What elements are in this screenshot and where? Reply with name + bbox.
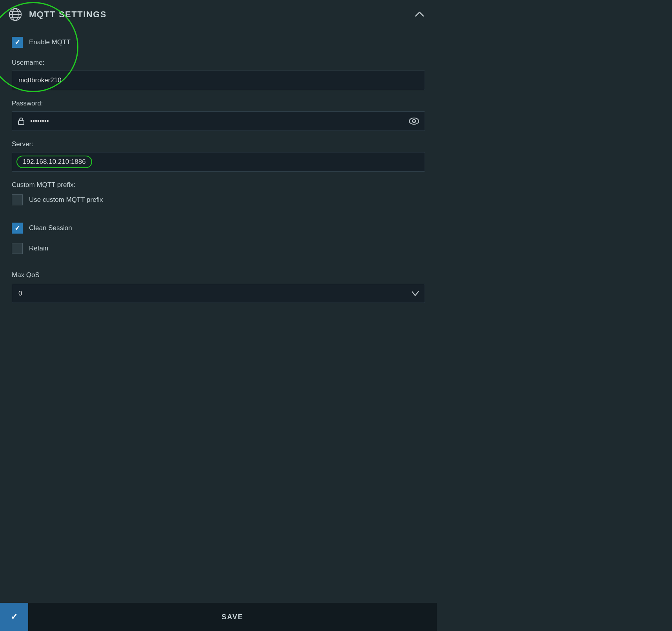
max-qos-select-wrapper: 0 1 2 — [12, 284, 425, 303]
clean-session-row: ✓ Clean Session — [12, 223, 425, 234]
password-wrapper — [12, 111, 425, 131]
max-qos-label: Max QoS — [12, 271, 425, 279]
lock-icon — [17, 117, 25, 125]
divider-space-2 — [12, 263, 425, 271]
clean-session-label: Clean Session — [29, 224, 72, 232]
enable-mqtt-label: Enable MQTT — [29, 38, 71, 46]
use-custom-prefix-row: Use custom MQTT prefix — [12, 194, 425, 205]
enable-mqtt-checkbox[interactable]: ✓ — [12, 37, 23, 48]
username-input[interactable] — [12, 71, 425, 90]
collapse-icon[interactable] — [414, 9, 425, 20]
retain-checkbox[interactable] — [12, 243, 23, 254]
username-label: Username: — [12, 59, 425, 67]
use-custom-prefix-checkbox[interactable] — [12, 194, 23, 205]
username-field-group: Username: — [12, 59, 425, 90]
retain-row: Retain — [12, 243, 425, 254]
enable-mqtt-row: ✓ Enable MQTT — [12, 37, 425, 48]
max-qos-group: Max QoS 0 1 2 — [12, 271, 425, 303]
bottom-spacer — [12, 312, 425, 352]
svg-rect-5 — [18, 121, 24, 125]
custom-mqtt-group: Custom MQTT prefix: Use custom MQTT pref… — [12, 181, 425, 205]
password-field-group: Password: — [12, 100, 425, 131]
page-title: MQTT SETTINGS — [29, 9, 107, 20]
save-bar: ✓ SAVE — [0, 603, 437, 631]
server-field-group: Server: 192.168.10.210:1886 — [12, 140, 425, 172]
header-left: MQTT SETTINGS — [8, 7, 107, 22]
custom-mqtt-prefix-label: Custom MQTT prefix: — [12, 181, 425, 189]
password-label: Password: — [12, 100, 425, 107]
server-label: Server: — [12, 140, 425, 148]
save-confirm-checkbox[interactable]: ✓ — [0, 603, 28, 631]
server-input[interactable] — [12, 152, 425, 172]
clean-session-checkmark-icon: ✓ — [15, 225, 20, 232]
mqtt-settings-header: MQTT SETTINGS — [0, 0, 437, 29]
divider-space-1 — [12, 215, 425, 223]
clean-session-checkbox[interactable]: ✓ — [12, 223, 23, 234]
page-wrapper: MQTT SETTINGS ✓ Enable MQTT Username: Pa… — [0, 0, 437, 352]
checkmark-icon: ✓ — [15, 39, 20, 46]
max-qos-select[interactable]: 0 1 2 — [12, 284, 425, 303]
retain-label: Retain — [29, 245, 48, 252]
mqtt-settings-content: ✓ Enable MQTT Username: Password: — [0, 29, 437, 352]
save-check-icon: ✓ — [11, 613, 18, 621]
password-input[interactable] — [12, 111, 425, 131]
svg-point-8 — [414, 121, 415, 122]
server-input-wrapper: 192.168.10.210:1886 — [12, 152, 425, 172]
save-button[interactable]: SAVE — [28, 603, 437, 631]
toggle-password-visibility-button[interactable] — [409, 117, 420, 125]
use-custom-prefix-label: Use custom MQTT prefix — [29, 196, 103, 204]
globe-icon — [8, 7, 23, 22]
